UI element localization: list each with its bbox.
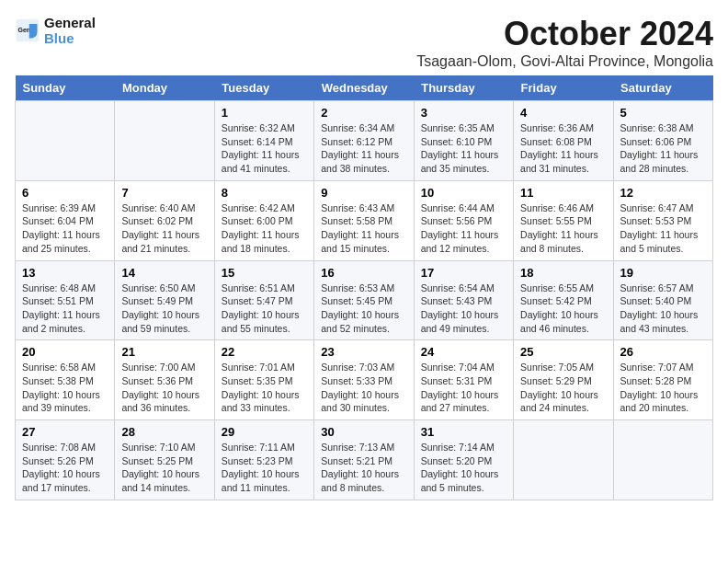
day-info: Sunrise: 6:39 AMSunset: 6:04 PMDaylight:… (22, 201, 108, 256)
day-number: 9 (321, 186, 406, 200)
day-info: Sunrise: 7:14 AMSunset: 5:20 PMDaylight:… (421, 441, 506, 495)
col-friday: Friday (514, 75, 613, 101)
day-number: 21 (121, 345, 207, 359)
calendar-cell: 24Sunrise: 7:04 AMSunset: 5:31 PMDayligh… (414, 340, 513, 420)
logo: Gen General Blue (15, 15, 96, 46)
day-number: 29 (222, 425, 307, 439)
day-number: 30 (321, 425, 406, 439)
calendar-cell: 3Sunrise: 6:35 AMSunset: 6:10 PMDaylight… (414, 101, 513, 181)
calendar-cell: 4Sunrise: 6:36 AMSunset: 6:08 PMDaylight… (514, 101, 613, 181)
day-info: Sunrise: 6:43 AMSunset: 5:58 PMDaylight:… (321, 201, 406, 256)
calendar-week-1: 1Sunrise: 6:32 AMSunset: 6:14 PMDaylight… (16, 101, 713, 181)
day-info: Sunrise: 6:34 AMSunset: 6:12 PMDaylight:… (321, 121, 406, 176)
calendar-cell: 2Sunrise: 6:34 AMSunset: 6:12 PMDaylight… (314, 101, 414, 181)
day-number: 28 (121, 425, 207, 439)
day-info: Sunrise: 6:42 AMSunset: 6:00 PMDaylight:… (222, 201, 307, 256)
col-thursday: Thursday (414, 75, 513, 101)
day-number: 10 (421, 186, 506, 200)
day-info: Sunrise: 7:00 AMSunset: 5:36 PMDaylight:… (121, 361, 207, 415)
calendar-week-5: 27Sunrise: 7:08 AMSunset: 5:26 PMDayligh… (16, 420, 713, 500)
calendar-cell: 26Sunrise: 7:07 AMSunset: 5:28 PMDayligh… (613, 340, 712, 420)
day-info: Sunrise: 6:57 AMSunset: 5:40 PMDaylight:… (620, 282, 706, 336)
day-number: 27 (22, 425, 108, 439)
svg-text:Gen: Gen (18, 27, 31, 33)
day-info: Sunrise: 6:46 AMSunset: 5:55 PMDaylight:… (520, 201, 606, 256)
day-number: 3 (421, 106, 506, 120)
day-number: 7 (121, 186, 207, 200)
day-info: Sunrise: 7:13 AMSunset: 5:21 PMDaylight:… (321, 441, 406, 495)
calendar-table: Sunday Monday Tuesday Wednesday Thursday… (15, 75, 713, 500)
calendar-cell (514, 420, 613, 500)
logo-text: General Blue (44, 15, 96, 46)
day-number: 12 (620, 186, 706, 200)
day-number: 16 (321, 266, 406, 280)
day-info: Sunrise: 6:47 AMSunset: 5:53 PMDaylight:… (620, 201, 706, 256)
day-info: Sunrise: 6:53 AMSunset: 5:45 PMDaylight:… (321, 282, 406, 336)
day-info: Sunrise: 6:51 AMSunset: 5:47 PMDaylight:… (222, 282, 307, 336)
day-number: 19 (620, 266, 706, 280)
day-number: 5 (620, 106, 706, 120)
day-info: Sunrise: 6:32 AMSunset: 6:14 PMDaylight:… (222, 121, 307, 176)
day-number: 18 (520, 266, 606, 280)
day-number: 24 (421, 345, 506, 359)
calendar-cell (115, 101, 214, 181)
calendar-cell: 21Sunrise: 7:00 AMSunset: 5:36 PMDayligh… (115, 340, 214, 420)
day-info: Sunrise: 6:38 AMSunset: 6:06 PMDaylight:… (620, 121, 706, 176)
day-number: 25 (520, 345, 606, 359)
calendar-cell: 31Sunrise: 7:14 AMSunset: 5:20 PMDayligh… (414, 420, 513, 500)
calendar-cell: 27Sunrise: 7:08 AMSunset: 5:26 PMDayligh… (16, 420, 115, 500)
day-number: 23 (321, 345, 406, 359)
day-info: Sunrise: 6:48 AMSunset: 5:51 PMDaylight:… (22, 282, 108, 336)
day-info: Sunrise: 6:55 AMSunset: 5:42 PMDaylight:… (520, 282, 606, 336)
calendar-body: 1Sunrise: 6:32 AMSunset: 6:14 PMDaylight… (16, 101, 713, 500)
day-number: 4 (520, 106, 606, 120)
calendar-cell: 6Sunrise: 6:39 AMSunset: 6:04 PMDaylight… (16, 180, 115, 260)
calendar-cell: 18Sunrise: 6:55 AMSunset: 5:42 PMDayligh… (514, 260, 613, 340)
calendar-cell (16, 101, 115, 181)
calendar-cell: 1Sunrise: 6:32 AMSunset: 6:14 PMDaylight… (214, 101, 313, 181)
calendar-cell: 16Sunrise: 6:53 AMSunset: 5:45 PMDayligh… (314, 260, 414, 340)
calendar-cell: 25Sunrise: 7:05 AMSunset: 5:29 PMDayligh… (514, 340, 613, 420)
calendar-cell: 19Sunrise: 6:57 AMSunset: 5:40 PMDayligh… (613, 260, 712, 340)
calendar-cell: 7Sunrise: 6:40 AMSunset: 6:02 PMDaylight… (115, 180, 214, 260)
day-info: Sunrise: 6:35 AMSunset: 6:10 PMDaylight:… (421, 121, 506, 176)
col-wednesday: Wednesday (314, 75, 414, 101)
calendar-cell: 29Sunrise: 7:11 AMSunset: 5:23 PMDayligh… (214, 420, 313, 500)
day-info: Sunrise: 6:36 AMSunset: 6:08 PMDaylight:… (520, 121, 606, 176)
day-number: 15 (222, 266, 307, 280)
day-number: 11 (520, 186, 606, 200)
day-number: 1 (222, 106, 307, 120)
calendar-cell (613, 420, 712, 500)
calendar-cell: 5Sunrise: 6:38 AMSunset: 6:06 PMDaylight… (613, 101, 712, 181)
calendar-cell: 10Sunrise: 6:44 AMSunset: 5:56 PMDayligh… (414, 180, 513, 260)
day-info: Sunrise: 7:01 AMSunset: 5:35 PMDaylight:… (222, 361, 307, 415)
calendar-cell: 30Sunrise: 7:13 AMSunset: 5:21 PMDayligh… (314, 420, 414, 500)
day-number: 13 (22, 266, 108, 280)
day-info: Sunrise: 6:50 AMSunset: 5:49 PMDaylight:… (121, 282, 207, 336)
day-info: Sunrise: 6:58 AMSunset: 5:38 PMDaylight:… (22, 361, 108, 415)
page-header: Gen General Blue October 2024 Tsagaan-Ol… (15, 15, 713, 70)
title-area: October 2024 Tsagaan-Olom, Govi-Altai Pr… (416, 15, 713, 70)
calendar-cell: 11Sunrise: 6:46 AMSunset: 5:55 PMDayligh… (514, 180, 613, 260)
calendar-cell: 23Sunrise: 7:03 AMSunset: 5:33 PMDayligh… (314, 340, 414, 420)
day-info: Sunrise: 7:04 AMSunset: 5:31 PMDaylight:… (421, 361, 506, 415)
calendar-cell: 17Sunrise: 6:54 AMSunset: 5:43 PMDayligh… (414, 260, 513, 340)
day-info: Sunrise: 7:03 AMSunset: 5:33 PMDaylight:… (321, 361, 406, 415)
calendar-week-4: 20Sunrise: 6:58 AMSunset: 5:38 PMDayligh… (16, 340, 713, 420)
day-info: Sunrise: 7:10 AMSunset: 5:25 PMDaylight:… (121, 441, 207, 495)
col-sunday: Sunday (16, 75, 115, 101)
calendar-week-2: 6Sunrise: 6:39 AMSunset: 6:04 PMDaylight… (16, 180, 713, 260)
day-info: Sunrise: 7:11 AMSunset: 5:23 PMDaylight:… (222, 441, 307, 495)
day-info: Sunrise: 6:54 AMSunset: 5:43 PMDaylight:… (421, 282, 506, 336)
day-number: 2 (321, 106, 406, 120)
calendar-cell: 15Sunrise: 6:51 AMSunset: 5:47 PMDayligh… (214, 260, 313, 340)
calendar-cell: 12Sunrise: 6:47 AMSunset: 5:53 PMDayligh… (613, 180, 712, 260)
day-number: 6 (22, 186, 108, 200)
day-info: Sunrise: 7:05 AMSunset: 5:29 PMDaylight:… (520, 361, 606, 415)
day-number: 22 (222, 345, 307, 359)
calendar-cell: 20Sunrise: 6:58 AMSunset: 5:38 PMDayligh… (16, 340, 115, 420)
calendar-cell: 14Sunrise: 6:50 AMSunset: 5:49 PMDayligh… (115, 260, 214, 340)
day-number: 20 (22, 345, 108, 359)
col-tuesday: Tuesday (214, 75, 313, 101)
calendar-title: October 2024 (416, 15, 713, 53)
